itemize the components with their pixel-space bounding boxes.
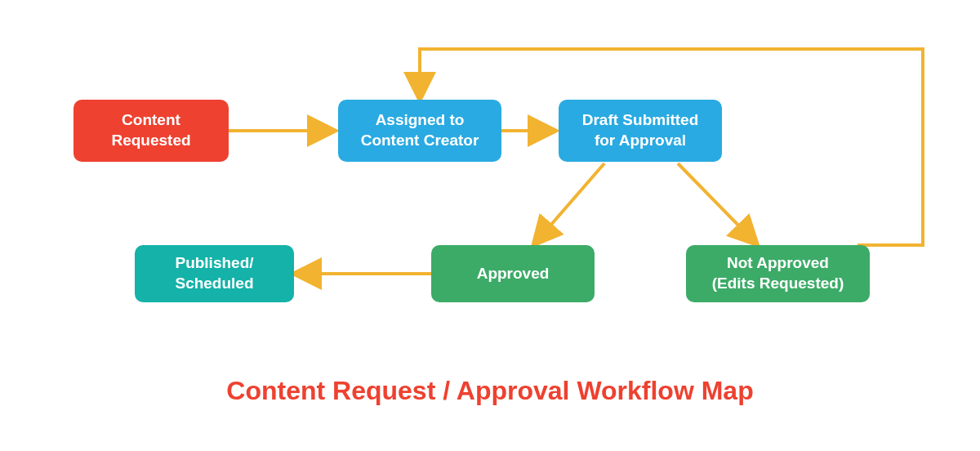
node-approved: Approved bbox=[431, 245, 595, 302]
node-label: ContentRequested bbox=[111, 110, 190, 150]
node-label: Draft Submittedfor Approval bbox=[582, 110, 699, 150]
node-content-requested: ContentRequested bbox=[74, 100, 229, 162]
node-label: Assigned toContent Creator bbox=[361, 110, 479, 150]
diagram-title: Content Request / Approval Workflow Map bbox=[0, 376, 980, 406]
node-label: Approved bbox=[477, 264, 550, 284]
node-label: Not Approved(Edits Requested) bbox=[712, 253, 844, 293]
arrow-submitted-to-notapproved bbox=[678, 163, 751, 239]
node-label: Published/Scheduled bbox=[175, 253, 253, 293]
node-published-scheduled: Published/Scheduled bbox=[135, 245, 294, 302]
node-assigned-to-creator: Assigned toContent Creator bbox=[338, 100, 501, 162]
node-draft-submitted: Draft Submittedfor Approval bbox=[559, 100, 722, 162]
arrow-submitted-to-approved bbox=[539, 163, 604, 239]
node-not-approved: Not Approved(Edits Requested) bbox=[686, 245, 870, 302]
